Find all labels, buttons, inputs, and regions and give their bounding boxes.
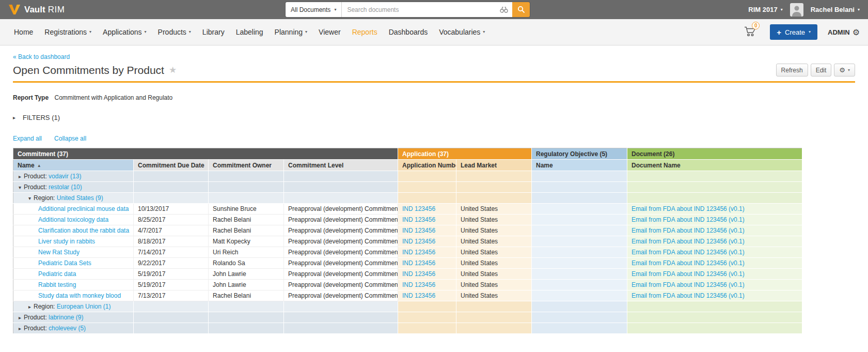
data-row: Liver study in rabbits8/18/2017Matt Kope…	[13, 236, 802, 247]
document-name-link[interactable]: Email from FDA about IND 123456 (v0.1)	[632, 259, 745, 267]
commitment-name-link[interactable]: Additional toxicology data	[38, 216, 108, 223]
commitment-level-cell: Preapproval (development) Commitment	[284, 204, 398, 215]
group-prefix-label: Region:	[34, 194, 57, 202]
owner-cell: John Lawrie	[209, 280, 284, 290]
data-row: New Rat Study7/14/2017Uri ReichPreapprov…	[13, 247, 802, 258]
application-number-link[interactable]: IND 123456	[402, 238, 435, 245]
document-name-link[interactable]: Email from FDA about IND 123456 (v0.1)	[632, 205, 745, 212]
application-number-link[interactable]: IND 123456	[402, 205, 435, 212]
commitment-name-link[interactable]: Additional preclinical mouse data	[38, 205, 129, 212]
cart-button[interactable]: 0	[744, 26, 756, 39]
expand-icon[interactable]: ▸	[19, 315, 21, 320]
column-header-com-name[interactable]: Name▲	[13, 160, 134, 171]
group-link[interactable]: labrinone (9)	[49, 314, 83, 321]
application-number-link[interactable]: IND 123456	[402, 270, 435, 278]
report-actions-button[interactable]: ⚙ ▾	[834, 64, 855, 76]
collapse-icon[interactable]: ▾	[19, 185, 21, 190]
search-button[interactable]	[512, 2, 530, 17]
expand-icon[interactable]: ▸	[19, 326, 21, 331]
create-button[interactable]: + Create ▾	[770, 24, 817, 40]
nav-item-library[interactable]: Library	[197, 19, 230, 45]
due-date-cell: 8/18/2017	[134, 236, 209, 247]
application-number-cell: IND 123456	[398, 204, 456, 215]
filters-toggle[interactable]: ▸ FILTERS (1)	[13, 114, 855, 121]
column-header-com-commitment-due-date[interactable]: Commitment Due Date	[134, 160, 209, 171]
brand: Vault RIM	[8, 4, 65, 15]
nav-item-planning[interactable]: Planning▾	[269, 19, 313, 45]
commitment-name-link[interactable]: Pediatric data	[38, 270, 76, 278]
column-header-com-commitment-level[interactable]: Commitment Level	[284, 160, 398, 171]
commitment-name-link[interactable]: Rabbit testing	[38, 281, 76, 288]
group-link[interactable]: European Union (1)	[57, 303, 111, 310]
application-number-link[interactable]: IND 123456	[402, 249, 435, 256]
expand-all-link[interactable]: Expand all	[13, 135, 42, 142]
column-header-app-lead-market[interactable]: Lead Market	[456, 160, 532, 171]
column-header-label: Document Name	[632, 162, 681, 169]
advanced-search-binoculars-icon[interactable]	[500, 6, 508, 13]
avatar[interactable]	[790, 3, 803, 17]
application-number-link[interactable]: IND 123456	[402, 216, 435, 223]
back-to-dashboard-link[interactable]: « Back to dashboard	[13, 53, 70, 60]
vault-selector[interactable]: RIM 2017 ▾	[748, 6, 782, 13]
expand-collapse-links: Expand all Collapse all	[13, 135, 855, 142]
nav-item-products[interactable]: Products▾	[152, 19, 197, 45]
nav-item-dashboards[interactable]: Dashboards	[383, 19, 434, 45]
column-header-reg-name[interactable]: Name	[532, 160, 627, 171]
group-link[interactable]: choleveev (5)	[49, 325, 86, 332]
commitment-name-link[interactable]: Study data with monkey blood	[38, 292, 121, 299]
expand-icon[interactable]: ▸	[19, 174, 21, 179]
user-menu[interactable]: Rachel Belani ▾	[811, 6, 860, 13]
document-name-link[interactable]: Email from FDA about IND 123456 (v0.1)	[632, 227, 745, 234]
empty-cell	[532, 301, 627, 312]
commitment-name-cell: Pediatric data	[13, 269, 134, 280]
document-name-link[interactable]: Email from FDA about IND 123456 (v0.1)	[632, 216, 745, 223]
commitment-name-link[interactable]: Clarification about the rabbit data	[38, 227, 129, 234]
application-number-link[interactable]: IND 123456	[402, 259, 435, 267]
refresh-button[interactable]: Refresh	[776, 64, 808, 76]
nav-item-label: Viewer	[319, 28, 341, 36]
document-name-link[interactable]: Email from FDA about IND 123456 (v0.1)	[632, 249, 745, 256]
edit-button[interactable]: Edit	[811, 64, 832, 76]
brand-product: RIM	[48, 5, 65, 15]
group-link[interactable]: vodavir (13)	[49, 173, 81, 180]
lead-market-cell: United States	[456, 236, 532, 247]
commitment-level-cell: Preapproval (development) Commitment	[284, 215, 398, 225]
group-prefix-label: Product:	[24, 173, 49, 180]
group-link[interactable]: restolar (10)	[49, 183, 82, 191]
document-name-link[interactable]: Email from FDA about IND 123456 (v0.1)	[632, 238, 745, 245]
application-number-link[interactable]: IND 123456	[402, 281, 435, 288]
nav-item-viewer[interactable]: Viewer	[313, 19, 346, 45]
collapse-icon[interactable]: ▾	[28, 195, 31, 201]
column-header-doc-document-name[interactable]: Document Name	[627, 160, 802, 171]
column-header-app-application-number[interactable]: Application Number	[398, 160, 456, 171]
application-number-link[interactable]: IND 123456	[402, 292, 435, 299]
application-number-link[interactable]: IND 123456	[402, 227, 435, 234]
data-row: Study data with monkey blood7/13/2017Rac…	[13, 290, 802, 301]
nav-item-labeling[interactable]: Labeling	[230, 19, 269, 45]
expand-icon[interactable]: ▸	[28, 304, 31, 310]
commitment-name-link[interactable]: Pediatric Data Sets	[38, 259, 91, 267]
search-input[interactable]	[342, 2, 512, 17]
caret-down-icon: ▾	[145, 30, 147, 34]
document-name-link[interactable]: Email from FDA about IND 123456 (v0.1)	[632, 281, 745, 288]
user-avatar-icon	[790, 3, 803, 17]
group-link[interactable]: United States (9)	[57, 194, 103, 202]
search-scope-dropdown[interactable]: All Documents ▾	[286, 2, 342, 17]
nav-item-registrations[interactable]: Registrations▾	[39, 19, 97, 45]
favorite-star-icon[interactable]: ★	[169, 65, 177, 75]
column-header-com-commitment-owner[interactable]: Commitment Owner	[209, 160, 284, 171]
nav-item-vocabularies[interactable]: Vocabularies▾	[433, 19, 491, 45]
empty-cell	[627, 182, 802, 193]
commitment-name-link[interactable]: Liver study in rabbits	[38, 238, 95, 245]
empty-cell	[284, 312, 398, 323]
document-name-link[interactable]: Email from FDA about IND 123456 (v0.1)	[632, 270, 745, 278]
regulatory-objective-cell	[532, 280, 627, 290]
nav-item-home[interactable]: Home	[8, 19, 39, 45]
collapse-all-link[interactable]: Collapse all	[54, 135, 86, 142]
nav-item-reports[interactable]: Reports	[346, 19, 383, 45]
document-name-link[interactable]: Email from FDA about IND 123456 (v0.1)	[632, 292, 745, 299]
admin-button[interactable]: ADMIN ⚙	[828, 27, 860, 37]
caret-down-icon: ▾	[305, 30, 307, 34]
commitment-name-link[interactable]: New Rat Study	[38, 249, 80, 256]
nav-item-applications[interactable]: Applications▾	[97, 19, 152, 45]
